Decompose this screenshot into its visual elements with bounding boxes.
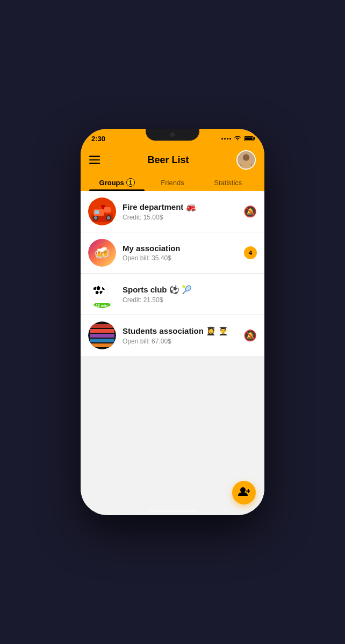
bell-muted-icon: 🔕 — [243, 329, 257, 342]
svg-rect-3 — [241, 161, 251, 169]
svg-rect-12 — [104, 207, 111, 213]
list-item[interactable]: 🍻 My association Open bill: 35.40$ 4 — [81, 232, 264, 274]
bell-muted-icon: 🔕 — [243, 205, 257, 218]
group-sub: Open bill: 35.40$ — [123, 254, 240, 262]
list-item[interactable]: Fire department 🚒 Credit: 15.00$ 🔕 — [81, 191, 264, 232]
menu-button[interactable] — [89, 156, 100, 164]
signal-icon — [221, 138, 231, 140]
group-avatar-association: 🍻 — [88, 239, 116, 267]
svg-rect-11 — [95, 210, 99, 214]
status-icons — [221, 135, 254, 142]
group-sub: Credit: 21.50$ — [123, 296, 253, 304]
badge-count: 4 — [244, 246, 257, 259]
app-header: Beer List Groups — [81, 146, 264, 191]
group-avatar-students — [88, 321, 116, 349]
group-info: Sports club ⚽ 🎾 Credit: 21.50$ — [123, 285, 253, 304]
page-title: Beer List — [147, 155, 189, 166]
groups-list: Fire department 🚒 Credit: 15.00$ 🔕 🍻 My … — [81, 191, 264, 511]
group-sub: Open bill: 67.00$ — [123, 338, 239, 345]
battery-icon — [244, 136, 254, 141]
group-info: My association Open bill: 35.40$ — [123, 244, 240, 262]
group-name: Sports club ⚽ 🎾 — [123, 285, 253, 295]
notch — [146, 129, 199, 141]
user-avatar[interactable] — [236, 150, 256, 170]
wifi-icon — [234, 135, 241, 142]
svg-point-1 — [243, 154, 249, 160]
svg-point-16 — [89, 281, 109, 301]
groups-badge: 1 — [126, 178, 135, 187]
group-sub: Credit: 15.00$ — [123, 214, 239, 221]
list-item[interactable]: 12 min. Sports club ⚽ 🎾 Credit: 21.50$ — [81, 274, 264, 315]
group-avatar-fire — [88, 197, 116, 225]
group-avatar-sports: 12 min. — [88, 280, 116, 308]
group-name: Students association 👩‍🎓 👨‍🎓 — [123, 326, 239, 336]
svg-point-9 — [107, 216, 110, 219]
svg-rect-14 — [101, 205, 105, 207]
group-info: Fire department 🚒 Credit: 15.00$ — [123, 202, 239, 221]
group-info: Students association 👩‍🎓 👨‍🎓 Open bill: … — [123, 326, 239, 345]
tab-statistics[interactable]: Statistics — [200, 174, 256, 191]
add-person-button[interactable] — [232, 481, 256, 504]
time-badge: 12 min. — [94, 303, 111, 308]
svg-point-8 — [94, 216, 97, 219]
camera — [170, 133, 175, 137]
group-name: My association — [123, 244, 240, 253]
tab-friends[interactable]: Friends — [145, 174, 200, 191]
list-item[interactable]: Students association 👩‍🎓 👨‍🎓 Open bill: … — [81, 315, 264, 356]
notification-badge: 4 — [244, 246, 257, 259]
home-indicator — [148, 510, 197, 512]
status-time: 2:30 — [91, 135, 105, 143]
group-name: Fire department 🚒 — [123, 202, 239, 212]
tabs: Groups 1 Friends Statistics — [89, 174, 256, 191]
add-person-icon — [238, 487, 250, 499]
tab-groups[interactable]: Groups 1 — [89, 174, 145, 191]
svg-point-22 — [240, 487, 246, 493]
